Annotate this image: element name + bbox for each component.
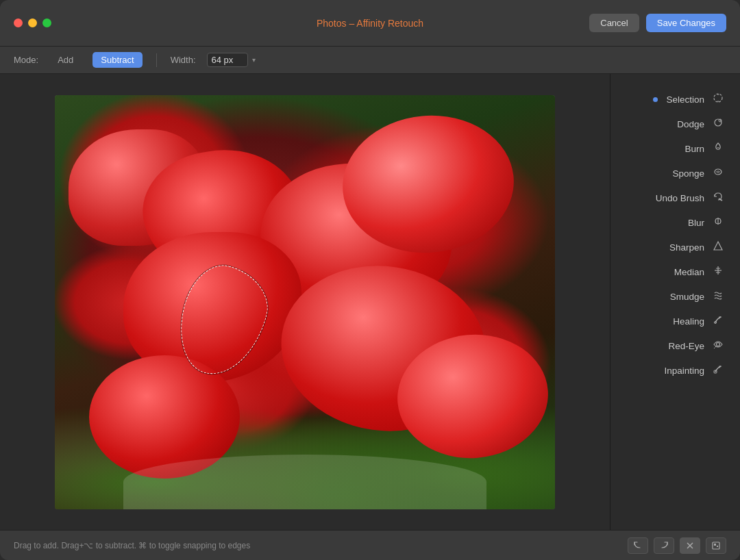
status-buttons [628,537,726,554]
tool-inpainting[interactable]: Inpainting [615,359,736,382]
titlebar-actions: Cancel Save Changes [589,14,726,32]
tool-selection-label: Selection [666,94,704,105]
toolbar: Mode: Add Subtract Width: ▾ [0,47,740,74]
tool-median[interactable]: Median [615,260,736,283]
tool-sharpen-label: Sharpen [669,242,704,253]
tool-burn-label: Burn [684,144,704,154]
plate-edge [123,455,486,509]
burn-icon [711,142,725,155]
right-panel: Selection Dodge Burn [610,74,740,530]
svg-line-17 [714,346,716,348]
title-prefix: Photos – [317,18,356,29]
tool-blur[interactable]: Blur [615,211,736,234]
svg-point-3 [715,119,722,126]
tool-sponge-label: Sponge [672,168,704,179]
photo-canvas[interactable] [55,95,555,509]
canvas-area[interactable] [0,74,610,530]
active-tool-indicator [653,97,658,102]
tool-dodge[interactable]: Dodge [615,112,736,136]
tool-red-eye-label: Red-Eye [668,341,704,351]
tool-smudge[interactable]: Smudge [615,285,736,308]
titlebar: Photos – Affinity Retouch Cancel Save Ch… [0,0,740,47]
tool-inpainting-label: Inpainting [664,366,704,376]
healing-icon [711,314,725,328]
svg-rect-22 [714,544,716,546]
tool-blur-label: Blur [688,218,704,228]
main-content: Selection Dodge Burn [0,74,740,530]
tool-undo-brush[interactable]: Undo Brush [615,186,736,209]
tool-dodge-label: Dodge [677,119,704,129]
salad-image [55,95,555,509]
minimize-button[interactable] [28,18,37,27]
svg-marker-10 [714,242,722,250]
red-eye-icon [711,339,725,353]
save-changes-button[interactable]: Save Changes [646,14,726,32]
undo-brush-icon [711,191,725,205]
sharpen-icon [711,240,725,254]
traffic-lights [14,18,51,27]
redo-button[interactable] [654,537,674,554]
svg-point-16 [717,343,720,346]
width-arrow-icon[interactable]: ▾ [252,56,256,64]
inpainting-icon [711,364,725,377]
window-title: Photos – Affinity Retouch [317,18,423,29]
median-icon [711,265,725,279]
tool-sharpen[interactable]: Sharpen [615,236,736,259]
dodge-icon [711,117,725,131]
close-overlay-button[interactable] [680,537,700,554]
mode-subtract-button[interactable]: Subtract [92,52,142,68]
cancel-button[interactable]: Cancel [589,14,639,32]
tool-sponge[interactable]: Sponge [615,162,736,185]
mode-label: Mode: [14,55,38,65]
statusbar: Drag to add. Drag+⌥ to subtract. ⌘ to to… [0,530,740,560]
status-hint: Drag to add. Drag+⌥ to subtract. ⌘ to to… [14,541,250,550]
blur-icon [711,216,725,229]
width-control: ▾ [207,53,256,67]
width-label: Width: [171,55,196,65]
width-input[interactable] [207,53,248,67]
smudge-icon [711,290,725,303]
tool-healing[interactable]: Healing [615,309,736,333]
tool-healing-label: Healing [673,316,704,327]
title-app: Affinity Retouch [356,18,423,29]
selection-icon [711,92,725,106]
fullscreen-button[interactable] [42,18,51,27]
close-button[interactable] [14,18,23,27]
undo-button[interactable] [628,537,648,554]
mode-add-button[interactable]: Add [49,52,82,68]
tool-undo-brush-label: Undo Brush [656,193,704,203]
toolbar-divider [156,53,157,67]
tool-median-label: Median [674,267,704,277]
tool-burn[interactable]: Burn [615,137,736,160]
tool-smudge-label: Smudge [670,292,704,302]
sponge-icon [711,166,725,180]
display-options-button[interactable] [706,537,726,554]
tool-red-eye[interactable]: Red-Eye [615,334,736,357]
tool-selection[interactable]: Selection [615,88,736,111]
svg-rect-23 [717,546,718,547]
